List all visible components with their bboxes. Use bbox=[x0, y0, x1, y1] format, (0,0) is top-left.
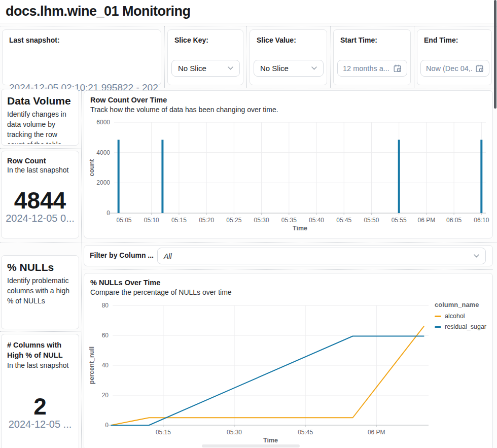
row-count-chart-title: Row Count Over Time bbox=[84, 91, 492, 104]
columns-high-null-subtitle: In the last snapshot bbox=[2, 360, 79, 369]
slice-value-select-value: No Slice bbox=[260, 64, 308, 73]
slice-value-label: Slice Value: bbox=[250, 30, 327, 44]
row-count-card: Row Count In the last snapshot 4844 2024… bbox=[1, 151, 79, 238]
row-count-subtitle: In the last snapshot bbox=[2, 165, 79, 174]
calendar-clock-icon[interactable] bbox=[476, 64, 484, 73]
svg-text:06:05: 06:05 bbox=[446, 217, 462, 224]
svg-text:05:30: 05:30 bbox=[227, 429, 242, 436]
data-volume-description: Identify changes in data volume by track… bbox=[2, 109, 79, 144]
chart-legend: column_name alcoholresidual_sugar bbox=[435, 301, 494, 334]
percent-nulls-card: % NULLs Identify problematic columns wit… bbox=[1, 255, 79, 329]
svg-text:6000: 6000 bbox=[96, 119, 110, 126]
grid-gutter-line bbox=[164, 26, 165, 88]
start-time-card: Start Time: 12 months a... bbox=[333, 29, 411, 85]
percent-nulls-over-time-chart: 02040608005:1505:3005:4506 PMpercent_nul… bbox=[84, 300, 493, 448]
legend-item-residual_sugar[interactable]: residual_sugar bbox=[435, 323, 494, 330]
nulls-chart-title: % NULLs Over Time bbox=[84, 273, 492, 287]
svg-text:05:45: 05:45 bbox=[298, 429, 313, 436]
svg-text:percent_null: percent_null bbox=[88, 347, 95, 384]
svg-text:2000: 2000 bbox=[96, 179, 110, 186]
legend-title: column_name bbox=[435, 301, 494, 308]
slice-value-card: Slice Value: No Slice bbox=[250, 29, 327, 85]
svg-text:80: 80 bbox=[102, 302, 109, 309]
row-count-value: 4844 bbox=[2, 187, 79, 214]
legend-name: alcohol bbox=[445, 313, 465, 320]
svg-text:06:10: 06:10 bbox=[474, 217, 489, 224]
legend-swatch bbox=[435, 316, 441, 317]
row-count-over-time-chart: 020004000600005:0505:1005:1505:2005:2505… bbox=[84, 117, 493, 234]
page-header: docs.lhm.wine_01 Monitoring bbox=[0, 0, 497, 23]
columns-high-null-timestamp: 2024-12-05 ... bbox=[2, 419, 79, 430]
svg-text:Time: Time bbox=[263, 437, 278, 444]
slice-key-card: Slice Key: No Slice bbox=[167, 29, 243, 85]
columns-high-null-value: 2 bbox=[2, 393, 79, 420]
grid-gutter-line bbox=[0, 242, 497, 243]
svg-text:05:15: 05:15 bbox=[171, 217, 187, 224]
svg-text:20: 20 bbox=[102, 392, 109, 399]
filter-column-select[interactable]: All bbox=[157, 248, 486, 264]
slice-value-select[interactable]: No Slice bbox=[254, 60, 324, 77]
svg-text:05:45: 05:45 bbox=[336, 217, 351, 224]
data-volume-title: Data Volume bbox=[2, 89, 79, 109]
page-title: docs.lhm.wine_01 Monitoring bbox=[0, 0, 497, 19]
chevron-down-icon bbox=[474, 254, 479, 258]
end-time-label: End Time: bbox=[417, 30, 491, 44]
last-snapshot-label: Last snapshot: bbox=[3, 30, 161, 44]
row-count-timestamp: 2024-12-05 0... bbox=[2, 213, 79, 224]
slice-key-label: Slice Key: bbox=[168, 30, 243, 44]
svg-text:05:10: 05:10 bbox=[144, 217, 159, 224]
slice-key-select-value: No Slice bbox=[178, 64, 225, 73]
row-count-title: Row Count bbox=[2, 151, 79, 165]
svg-text:05:35: 05:35 bbox=[281, 217, 297, 224]
chevron-down-icon bbox=[311, 66, 317, 70]
svg-text:05:30: 05:30 bbox=[254, 217, 269, 224]
chevron-down-icon bbox=[228, 66, 233, 70]
grid-gutter-line bbox=[81, 89, 82, 448]
end-time-value: Now (Dec 04,... bbox=[426, 64, 473, 73]
row-count-chart-subtitle: Track how the volume of data has been ch… bbox=[84, 104, 492, 114]
grid-gutter-line bbox=[0, 331, 81, 332]
svg-text:05:40: 05:40 bbox=[309, 217, 324, 224]
percent-nulls-description: Identify problematic columns with a high… bbox=[2, 275, 79, 308]
svg-text:05:05: 05:05 bbox=[117, 217, 132, 224]
start-time-input[interactable]: 12 months a... bbox=[337, 60, 407, 77]
data-volume-card: Data Volume Identify changes in data vol… bbox=[1, 89, 79, 146]
start-time-label: Start Time: bbox=[334, 30, 410, 44]
end-time-input[interactable]: Now (Dec 04,... bbox=[420, 60, 489, 77]
svg-text:60: 60 bbox=[102, 332, 109, 339]
svg-text:05:25: 05:25 bbox=[226, 217, 241, 224]
grid-gutter-line bbox=[84, 269, 493, 270]
vertical-scrollbar-thumb[interactable] bbox=[494, 0, 496, 109]
svg-text:Time: Time bbox=[293, 225, 307, 232]
grid-gutter-line bbox=[330, 26, 331, 88]
grid-gutter-line bbox=[0, 26, 497, 26]
filter-label: Filter by Column ... bbox=[90, 251, 154, 259]
columns-high-null-card: # Columns with High % of NULL In the las… bbox=[1, 334, 79, 448]
svg-text:05:20: 05:20 bbox=[199, 217, 214, 224]
legend-swatch bbox=[435, 326, 441, 328]
filter-select-value: All bbox=[164, 252, 471, 260]
grid-gutter-line bbox=[246, 26, 247, 88]
start-time-value: 12 months a... bbox=[343, 64, 390, 73]
slice-key-select[interactable]: No Slice bbox=[171, 60, 240, 77]
dashboard-canvas: docs.lhm.wine_01 Monitoring Last snapsho… bbox=[0, 0, 497, 448]
svg-text:count: count bbox=[88, 159, 95, 177]
svg-text:05:55: 05:55 bbox=[392, 217, 407, 224]
svg-text:05:50: 05:50 bbox=[364, 217, 379, 224]
end-time-card: End Time: Now (Dec 04,... bbox=[417, 29, 492, 85]
grid-gutter-line bbox=[0, 148, 81, 149]
nulls-chart-subtitle: Compare the percentage of NULLs over tim… bbox=[84, 287, 492, 296]
svg-text:05:15: 05:15 bbox=[156, 429, 171, 436]
grid-gutter-line bbox=[414, 26, 414, 88]
calendar-clock-icon[interactable] bbox=[394, 64, 402, 73]
svg-text:40: 40 bbox=[102, 362, 109, 369]
legend-name: residual_sugar bbox=[445, 323, 486, 330]
horizontal-scrollbar-thumb[interactable] bbox=[202, 444, 300, 447]
svg-text:4000: 4000 bbox=[96, 149, 110, 156]
columns-high-null-title: # Columns with High % of NULL bbox=[2, 334, 73, 360]
last-snapshot-card: Last snapshot: 2024-12-05 02:10:21.99582… bbox=[2, 29, 161, 85]
legend-item-alcohol[interactable]: alcohol bbox=[435, 313, 494, 320]
svg-text:06 PM: 06 PM bbox=[418, 217, 436, 224]
percent-nulls-title: % NULLs bbox=[2, 256, 79, 275]
svg-text:06 PM: 06 PM bbox=[368, 429, 385, 436]
